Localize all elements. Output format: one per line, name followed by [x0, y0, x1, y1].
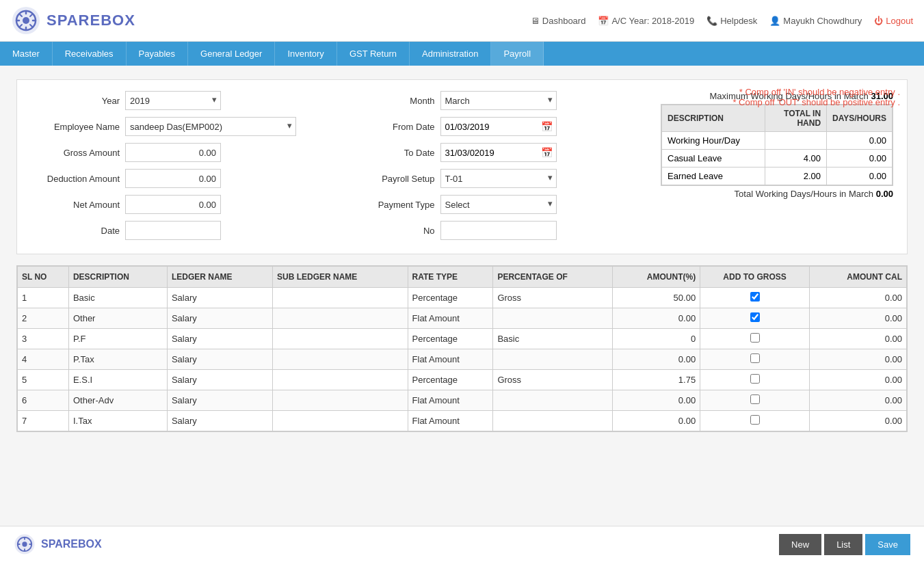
year-row: Year 2019 [31, 91, 332, 110]
date-input[interactable] [125, 221, 221, 240]
nav-item-receivables[interactable]: Receivables [53, 42, 127, 66]
form-section: * Comp off 'IN' should be negative entry… [16, 79, 908, 254]
nav-item-general-ledger[interactable]: General Ledger [188, 42, 275, 66]
deduction-label: Deduction Amount [31, 174, 120, 184]
cell-sub-ledger [273, 308, 408, 329]
net-input[interactable] [125, 195, 221, 214]
col-description: DESCRIPTION [68, 267, 167, 288]
payment-type-select[interactable]: Select [440, 195, 557, 214]
to-date-calendar-icon[interactable]: 📅 [538, 147, 556, 158]
gross-row: Gross Amount [31, 143, 332, 162]
notes: * Comp off 'IN' should be negative entry… [732, 87, 900, 107]
form-left: Year 2019 Employee Name sandeep Das(EMP0… [31, 91, 332, 247]
svg-point-2 [23, 17, 29, 24]
cell-sl: 7 [18, 411, 69, 431]
to-date-input[interactable] [441, 144, 538, 161]
cell-amount-cal: 0.00 [810, 370, 907, 390]
cell-pct-of: Gross [493, 288, 613, 308]
gross-input[interactable] [125, 143, 221, 162]
add-to-gross-checkbox[interactable] [750, 312, 760, 322]
list-button[interactable]: List [824, 534, 862, 555]
no-row: No [346, 221, 648, 240]
cell-sub-ledger [273, 390, 408, 411]
cell-rate-type: Flat Amount [408, 390, 493, 411]
header-right: 🖥 Dashboard 📅 A/C Year: 2018-2019 📞 Help… [531, 16, 913, 26]
cell-pct-of: Gross [493, 370, 613, 390]
save-button[interactable]: Save [865, 534, 910, 555]
cell-amount: 50.00 [613, 288, 700, 308]
cell-amount-cal: 0.00 [810, 390, 907, 411]
summary-row: Earned Leave 2.00 0.00 [662, 168, 893, 185]
col-pct-of: PERCENTAGE OF [493, 267, 613, 288]
top-form-area: Year 2019 Employee Name sandeep Das(EMP0… [31, 91, 893, 247]
note-negative: * Comp off 'IN' should be negative entry… [732, 87, 900, 97]
dashboard-link[interactable]: 🖥 Dashboard [531, 16, 586, 26]
nav-item-payroll[interactable]: Payroll [491, 42, 544, 66]
logout-link[interactable]: ⏻ Logout [874, 16, 913, 26]
add-to-gross-checkbox[interactable] [750, 333, 760, 343]
from-date-label: From Date [346, 122, 435, 132]
payroll-setup-select[interactable]: T-01 [440, 169, 557, 188]
add-to-gross-checkbox[interactable] [750, 374, 760, 384]
ac-year: 📅 A/C Year: 2018-2019 [598, 16, 694, 26]
nav-item-gst-return[interactable]: GST Return [337, 42, 410, 66]
cell-pct-of [493, 411, 613, 431]
col-sl-no: SL NO [18, 267, 69, 288]
app-name: SPAREBOX [47, 12, 135, 29]
table-row: 7 I.Tax Salary Flat Amount 0.00 0.00 [18, 411, 907, 431]
add-to-gross-checkbox[interactable] [750, 292, 760, 302]
add-to-gross-checkbox[interactable] [750, 394, 760, 404]
cell-description: P.F [68, 329, 167, 349]
cell-sl: 2 [18, 308, 69, 329]
helpdesk-link[interactable]: 📞 Helpdesk [707, 16, 757, 26]
cell-sl: 3 [18, 329, 69, 349]
nav-bar: Master Receivables Payables General Ledg… [0, 42, 924, 66]
cell-description: Basic [68, 288, 167, 308]
cell-pct-of: Basic [493, 329, 613, 349]
col-ledger-name: LEDGER NAME [167, 267, 272, 288]
sum-days-hours: 0.00 [827, 150, 893, 168]
no-input[interactable] [440, 221, 557, 240]
table-row: 1 Basic Salary Percentage Gross 50.00 0.… [18, 288, 907, 308]
cell-ledger: Salary [167, 308, 272, 329]
nav-item-payables[interactable]: Payables [127, 42, 188, 66]
cell-description: Other [68, 308, 167, 329]
summary-row: Casual Leave 4.00 0.00 [662, 150, 893, 168]
cell-rate-type: Flat Amount [408, 411, 493, 431]
cell-rate-type: Percentage [408, 370, 493, 390]
cell-amount: 0.00 [613, 411, 700, 431]
deduction-row: Deduction Amount [31, 169, 332, 188]
footer-logo-icon [14, 533, 36, 555]
sum-desc: Working Hour/Day [662, 132, 765, 150]
cell-add-to-gross [700, 308, 810, 329]
cell-amount-cal: 0.00 [810, 288, 907, 308]
cell-amount: 0.00 [613, 308, 700, 329]
sum-total-in-hand: 4.00 [765, 150, 827, 168]
add-to-gross-checkbox[interactable] [750, 415, 760, 425]
cell-ledger: Salary [167, 349, 272, 370]
logout-icon: ⏻ [874, 16, 883, 26]
cell-ledger: Salary [167, 390, 272, 411]
cell-pct-of [493, 308, 613, 329]
year-select[interactable]: 2019 [125, 91, 221, 110]
new-button[interactable]: New [779, 534, 821, 555]
nav-item-inventory[interactable]: Inventory [275, 42, 336, 66]
from-date-input[interactable] [441, 118, 538, 135]
cell-add-to-gross [700, 390, 810, 411]
deduction-input[interactable] [125, 169, 221, 188]
footer-logo: SPAREBOX [14, 533, 102, 555]
logo: SPAREBOX [11, 5, 135, 36]
dashboard-icon: 🖥 [531, 16, 540, 26]
from-date-calendar-icon[interactable]: 📅 [538, 121, 556, 132]
employee-select[interactable]: sandeep Das(EMP002) [125, 117, 296, 136]
cell-pct-of [493, 390, 613, 411]
add-to-gross-checkbox[interactable] [750, 353, 760, 363]
footer-buttons: New List Save [779, 534, 910, 555]
nav-item-administration[interactable]: Administration [410, 42, 491, 66]
summary-panel: Maximum Working Days/Hours in March 31.0… [661, 91, 893, 247]
cell-sub-ledger [273, 349, 408, 370]
employee-select-wrap: sandeep Das(EMP002) [125, 117, 296, 136]
nav-item-master[interactable]: Master [0, 42, 53, 66]
month-select[interactable]: March [440, 91, 557, 110]
cell-amount: 0.00 [613, 390, 700, 411]
